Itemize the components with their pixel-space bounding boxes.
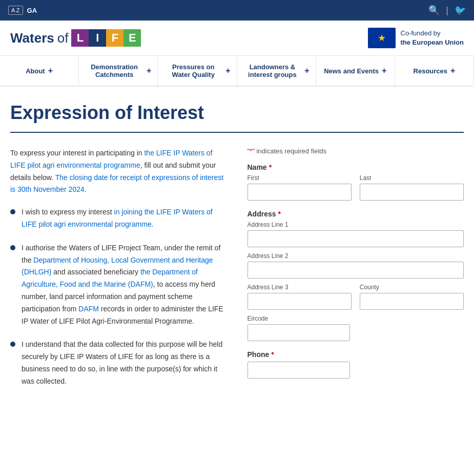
nav-demonstration-catchments[interactable]: Demonstration Catchments + [79,56,158,86]
nav-landowners[interactable]: Landowners & interest groups + [237,56,316,86]
top-bar-right: 🔍 | 🐦 [428,5,466,16]
nav-pressures-plus: + [225,66,230,75]
top-bar-left: A Z GA [8,6,37,15]
nav-resources[interactable]: Resources + [395,56,474,86]
title-divider [10,132,464,133]
bullet-list: I wish to express my interest in joining… [10,206,227,387]
nav-news-events[interactable]: News and Events + [316,56,395,86]
accessibility-badge[interactable]: A Z [8,6,23,15]
eircode-field: Eircode [248,315,350,341]
language-ga[interactable]: GA [27,7,37,14]
phone-field [248,362,350,379]
top-bar: A Z GA 🔍 | 🐦 [0,0,474,21]
intro-paragraph: To express your interest in participatin… [10,147,227,196]
page-title: Expression of Interest [10,102,464,124]
nav-pressures-water-quality[interactable]: Pressures on Water Quality + [158,56,237,86]
phone-required-star: * [271,350,274,359]
logo-letter-l: L [71,29,89,47]
logo-waters: Waters [10,30,54,46]
main-nav: About + Demonstration Catchments + Press… [0,56,474,87]
last-name-input[interactable] [360,184,464,201]
eircode-input[interactable] [248,324,350,341]
name-label: Name * [248,163,464,171]
last-label: Last [360,174,464,182]
nav-news-plus: + [382,66,386,75]
name-required-star: * [269,163,272,171]
county-input[interactable] [360,293,464,310]
required-star: "*" [248,147,255,155]
search-icon[interactable]: 🔍 [428,5,440,16]
address-line3-input[interactable] [248,293,352,310]
first-label: First [248,174,352,182]
address-line3-county-row: Address Line 3 County [248,284,464,310]
address-line2-input[interactable] [248,262,464,279]
logo-letter-f: F [106,29,123,47]
twitter-icon[interactable]: 🐦 [455,5,466,16]
eu-flag: ★ [368,28,396,48]
eircode-label: Eircode [248,315,350,322]
address-required-star: * [278,210,281,218]
phone-group: Phone * [248,350,464,379]
nav-landowners-plus: + [304,66,309,75]
list-item: I authorise the Waters of LIFE Project T… [10,242,227,328]
name-group: Name * First Last [248,163,464,201]
eu-flag-stars: ★ [378,32,386,44]
eu-badge: ★ Co-funded by the European Union [368,28,464,48]
site-header: Waters of L I F E ★ Co-funded by the Eur… [0,21,474,56]
logo-letter-e: E [123,29,141,47]
logo-of: of [57,30,69,46]
phone-label: Phone * [248,350,464,359]
eu-cofunded-text: Co-funded by the European Union [401,29,464,47]
address-label: Address * [248,210,464,218]
last-name-field: Last [360,174,464,201]
address-line2-field: Address Line 2 [248,252,464,279]
name-row: First Last [248,174,464,201]
address-group: Address * Address Line 1 Address Line 2 … [248,210,464,341]
address-line1-input[interactable] [248,230,464,247]
logo-life: L I F E [71,29,141,47]
form-layout: To express your interest in participatin… [10,147,464,399]
right-column: "*" indicates required fields Name * Fir… [248,147,464,399]
address-line1-label: Address Line 1 [248,221,464,228]
bullet-icon [10,342,15,347]
address-line3-label: Address Line 3 [248,284,352,291]
first-name-field: First [248,174,352,201]
phone-input[interactable] [248,362,350,379]
main-content: Expression of Interest To express your i… [0,87,474,420]
nav-about-plus: + [48,66,53,75]
bullet-icon [10,245,15,250]
first-name-input[interactable] [248,184,352,201]
county-label: County [360,284,464,291]
nav-about[interactable]: About + [0,56,79,86]
address-line3-field: Address Line 3 [248,284,352,310]
logo-letter-i: I [89,29,106,47]
address-line2-label: Address Line 2 [248,252,464,260]
bullet-icon [10,209,15,214]
list-item: I wish to express my interest in joining… [10,206,227,231]
left-column: To express your interest in participatin… [10,147,227,399]
nav-demo-plus: + [147,66,151,75]
required-note: "*" indicates required fields [248,147,464,155]
address-line1-field: Address Line 1 [248,221,464,247]
county-field: County [360,284,464,310]
site-logo[interactable]: Waters of L I F E [10,29,141,47]
list-item: I understand that the data collected for… [10,339,227,387]
nav-resources-plus: + [450,66,455,75]
